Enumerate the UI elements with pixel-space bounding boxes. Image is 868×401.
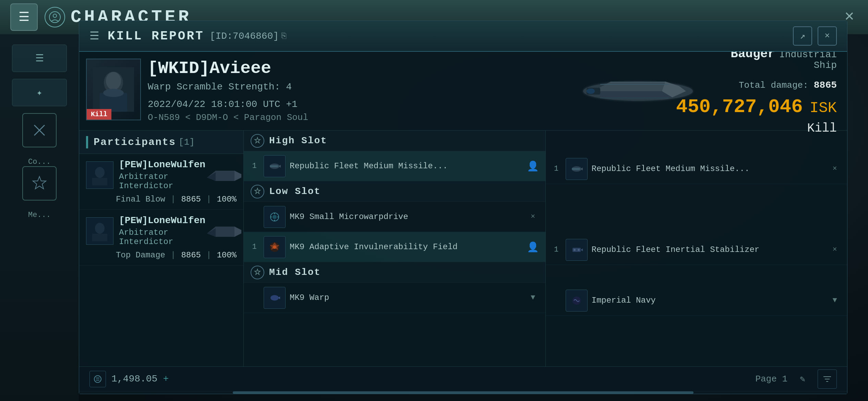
low-slot-icon — [251, 185, 264, 198]
p2-percent: 100% — [217, 251, 237, 260]
svg-point-7 — [106, 72, 121, 90]
participants-count: [1] — [179, 137, 195, 147]
svg-point-1 — [53, 14, 57, 17]
eq-item-icon — [264, 206, 286, 228]
svg-marker-29 — [234, 227, 241, 237]
sidebar-star-icon[interactable] — [22, 166, 57, 200]
eq-item-name: Imperial Navy — [592, 295, 828, 306]
panel-header-actions: ↗ × — [793, 26, 837, 46]
eq-item[interactable]: 1 MK9 Adaptive Invulnerability Field — [244, 232, 545, 262]
edit-button[interactable]: ✎ — [794, 371, 811, 387]
eq-item-name: Republic Fleet Medium Missile... — [592, 163, 828, 174]
eq-item-icon — [566, 239, 588, 261]
high-slot-header: High Slot — [244, 131, 545, 151]
sidebar: ☰ ✦ Co... Me... — [0, 34, 79, 401]
export-button[interactable]: ↗ — [793, 26, 812, 46]
sidebar-hamburger-icon: ☰ — [35, 52, 44, 64]
eq-item-name: MK9 Warp — [290, 292, 526, 303]
eq-item-close-button[interactable]: × — [828, 162, 842, 176]
scroll-bar[interactable] — [79, 391, 847, 394]
eq-item-qty: 1 — [249, 243, 260, 251]
final-blow-label: Final Blow — [116, 195, 165, 204]
eq-item[interactable]: 1 Republic Fleet Inertial S — [546, 235, 847, 265]
ship-class: Badger — [731, 52, 775, 61]
copy-icon[interactable]: ⎘ — [281, 32, 286, 41]
high-slot-title: High Slot — [269, 135, 327, 146]
svg-point-57 — [578, 249, 580, 251]
participant-avatar — [86, 161, 113, 189]
p1-damage: 8865 — [181, 195, 201, 204]
svg-point-17 — [587, 88, 595, 94]
currency-icon — [89, 371, 106, 387]
participants-section: Participants [1] — [79, 131, 244, 366]
panel-title: KILL REPORT — [108, 29, 204, 43]
eq-item[interactable]: Imperial Navy ▼ — [546, 285, 847, 316]
eq-item[interactable]: 1 Republic Fleet Medium Mis — [244, 151, 545, 181]
eq-item-name: MK9 Small Microwarpdrive — [290, 211, 526, 222]
svg-point-47 — [270, 295, 279, 301]
main-content: Participants [1] — [79, 131, 847, 366]
eq-item[interactable]: MK9 Warp ▼ — [244, 283, 545, 313]
participant-stats-2: Top Damage | 8865 | 100% — [86, 249, 237, 260]
equipment-content: High Slot 1 — [244, 131, 847, 366]
add-button[interactable]: + — [163, 374, 169, 384]
eq-item-qty: 1 — [551, 245, 562, 254]
participant-avatar-2 — [86, 217, 113, 245]
eq-item-close-button[interactable]: × — [828, 243, 842, 257]
sidebar-nav-icon: ✦ — [37, 87, 43, 98]
participant-name-2: [PEW]LoneWulfen — [119, 215, 205, 226]
eq-item-icon — [264, 287, 286, 309]
participant-name: [PEW]LoneWulfen — [119, 159, 205, 170]
svg-point-60 — [94, 376, 101, 382]
p1-percent: 100% — [217, 195, 237, 204]
svg-rect-34 — [270, 165, 278, 167]
sidebar-menu-button[interactable]: ☰ — [12, 45, 67, 72]
ship-image-area — [552, 52, 724, 130]
total-damage-label: Total damage: — [739, 80, 808, 90]
svg-point-37 — [273, 215, 277, 219]
eq-left-column: High Slot 1 — [244, 131, 545, 366]
participant-top: [PEW]LoneWulfen Arbitrator Interdictor — [86, 159, 237, 191]
scroll-thumb[interactable] — [233, 391, 694, 394]
panel-header: ☰ KILL REPORT [ID:7046860] ⎘ ↗ × — [79, 21, 847, 52]
ship-type: Industrial Ship — [779, 52, 837, 71]
sidebar-nav-button[interactable]: ✦ — [12, 79, 67, 106]
svg-point-56 — [574, 249, 576, 251]
eq-item-scroll-button[interactable]: ▼ — [828, 294, 842, 307]
menu-button[interactable]: ☰ — [10, 3, 38, 31]
kill-report-body: Kill [WKID]Avieee Warp Scramble Strength… — [79, 52, 847, 394]
participants-title: Participants — [94, 136, 176, 148]
p2-damage: 8865 — [181, 251, 201, 260]
export-icon: ↗ — [800, 31, 805, 41]
top-damage-label: Top Damage — [116, 251, 165, 260]
svg-point-45 — [273, 245, 276, 249]
eq-item-person-button[interactable]: 👤 — [526, 159, 540, 173]
svg-point-9 — [103, 89, 124, 97]
bottom-bar: 1,498.05 + Page 1 ✎ — [79, 366, 847, 391]
participants-header: Participants [1] — [79, 131, 243, 154]
panel-menu-icon[interactable]: ☰ — [89, 29, 99, 43]
eq-item[interactable]: 1 Republic Fleet Medium Missile... — [546, 154, 847, 184]
sidebar-combat-icon[interactable] — [22, 113, 57, 147]
eq-item-close-button[interactable]: × — [526, 210, 540, 224]
ship-image — [566, 60, 710, 122]
eq-right-column: 1 Republic Fleet Medium Missile... — [546, 131, 847, 366]
victim-info: [WKID]Avieee Warp Scramble Strength: 4 2… — [148, 52, 552, 130]
high-slot-icon — [251, 134, 264, 148]
panel-close-button[interactable]: × — [818, 26, 837, 46]
eq-item-person-button[interactable]: 👤 — [526, 240, 540, 254]
svg-rect-21 — [92, 178, 107, 185]
participant-ship-img — [205, 165, 243, 185]
svg-marker-4 — [33, 177, 46, 189]
character-icon — [45, 7, 65, 27]
panel-id: [ID:7046860] — [210, 31, 279, 41]
eq-item[interactable]: MK9 Small Microwarpdrive × — [244, 202, 545, 232]
mid-slot-title: Mid Slot — [269, 267, 321, 278]
victim-avatar: Kill — [86, 59, 141, 120]
kill-type: Kill — [807, 121, 837, 135]
eq-item-scroll-button[interactable]: ▼ — [526, 291, 540, 305]
sidebar-label: Co... — [28, 158, 51, 166]
svg-point-20 — [95, 167, 105, 178]
participant-entry: [PEW]LoneWulfen Arbitrator Interdictor — [79, 154, 243, 210]
filter-button[interactable] — [818, 369, 837, 389]
